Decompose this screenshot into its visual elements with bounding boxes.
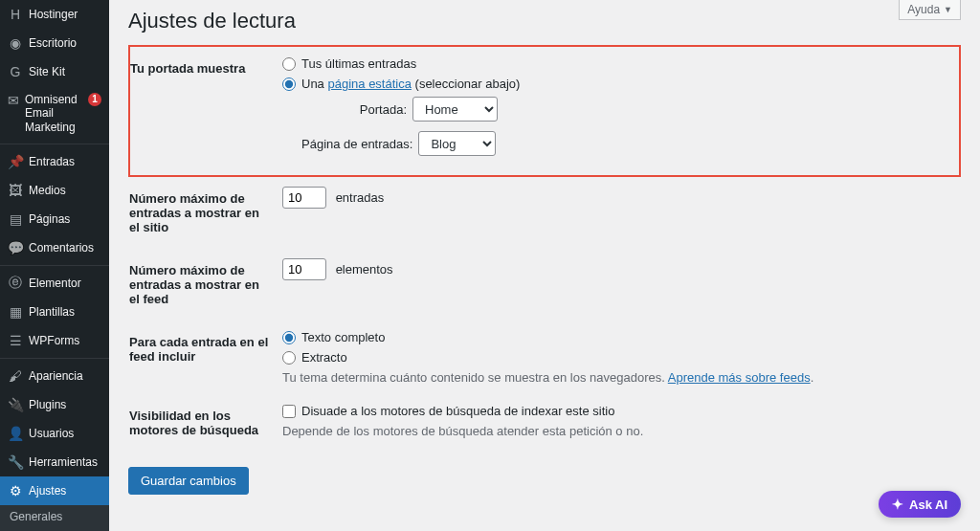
posts-per-rss-row: Número máximo de entradas a mostrar en e… <box>129 249 960 321</box>
homepage-option-static[interactable]: Una página estática (seleccionar abajo) <box>282 77 949 91</box>
sidebar-item-label: Páginas <box>29 212 70 226</box>
sidebar-item-wpforms[interactable]: ☰ WPForms <box>0 326 109 355</box>
feed-content-description: Tu tema determina cuánto contenido se mu… <box>282 370 950 385</box>
help-tab[interactable]: Ayuda ▼ <box>899 0 961 20</box>
reading-settings-form: Tu portada muestra Tus últimas entradas … <box>128 45 961 452</box>
discourage-search-option[interactable]: Disuade a los motores de búsqueda de ind… <box>282 404 950 418</box>
page-title: Ajustes de lectura <box>128 0 961 37</box>
sidebar-item-omnisend[interactable]: ✉ Omnisend Email Marketing 1 <box>0 86 109 141</box>
ask-ai-label: Ask AI <box>909 498 947 512</box>
sparkle-icon: ✦ <box>892 497 903 512</box>
menu-separator <box>0 358 109 359</box>
front-page-select-row: Portada: Home <box>301 97 949 122</box>
radio-full-text[interactable] <box>282 331 296 344</box>
discourage-search-checkbox[interactable] <box>282 405 296 418</box>
gear-icon: ⚙ <box>8 483 23 498</box>
sidebar-item-sitekit[interactable]: G Site Kit <box>0 57 109 86</box>
sidebar-item-templates[interactable]: ▦ Plantillas <box>0 298 109 326</box>
sidebar-item-comments[interactable]: 💬 Comentarios <box>0 233 109 262</box>
save-changes-button[interactable]: Guardar cambios <box>128 467 249 495</box>
radio-static-page[interactable] <box>282 77 296 91</box>
sidebar-item-label: Ajustes <box>29 484 66 498</box>
sidebar-item-media[interactable]: 🖾 Medios <box>0 176 109 205</box>
plugin-icon: 🔌 <box>8 397 23 412</box>
sidebar-item-label: Medios <box>29 184 66 197</box>
posts-per-rss-label: Número máximo de entradas a mostrar en e… <box>129 249 282 321</box>
elementor-icon: ⓔ <box>8 276 23 291</box>
posts-page-label: Página de entradas: <box>301 137 412 151</box>
radio-excerpt[interactable] <box>282 351 296 365</box>
ask-ai-button[interactable]: ✦ Ask AI <box>879 491 961 518</box>
pin-icon: 📌 <box>8 154 23 169</box>
posts-per-page-input[interactable] <box>282 187 326 209</box>
sidebar-item-tools[interactable]: 🔧 Herramientas <box>0 448 109 476</box>
homepage-setting-row: Tu portada muestra Tus últimas entradas … <box>129 46 960 176</box>
comment-icon: 💬 <box>8 240 23 255</box>
posts-page-select-row: Página de entradas: Blog <box>301 131 949 156</box>
wrench-icon: 🔧 <box>8 454 23 470</box>
menu-separator <box>0 265 109 266</box>
sidebar-item-label: Plugins <box>29 398 66 411</box>
submenu-general[interactable]: Generales <box>0 505 109 528</box>
sidebar-item-label: Omnisend Email Marketing <box>25 93 80 134</box>
search-visibility-label: Visibilidad en los motores de búsqueda <box>129 394 282 452</box>
radio-latest-posts[interactable] <box>282 57 296 71</box>
admin-sidebar: H Hostinger ◉ Escritorio G Site Kit ✉ Om… <box>0 0 109 531</box>
mail-icon: ✉ <box>8 93 19 108</box>
media-icon: 🖾 <box>8 183 23 198</box>
posts-page-select[interactable]: Blog <box>418 131 496 156</box>
sidebar-item-label: Escritorio <box>29 36 77 50</box>
front-page-select[interactable]: Home <box>412 97 498 122</box>
radio-label: Extracto <box>301 350 347 365</box>
homepage-label: Tu portada muestra <box>129 46 282 176</box>
sidebar-item-settings[interactable]: ⚙ Ajustes <box>0 476 109 505</box>
menu-separator <box>0 144 109 144</box>
sidebar-item-label: Elementor <box>29 277 81 290</box>
sidebar-item-posts[interactable]: 📌 Entradas <box>0 147 109 176</box>
feed-excerpt-option[interactable]: Extracto <box>282 350 950 365</box>
search-visibility-row: Visibilidad en los motores de búsqueda D… <box>129 394 960 452</box>
checkbox-label: Disuade a los motores de búsqueda de ind… <box>301 404 614 418</box>
sidebar-item-appearance[interactable]: 🖌 Apariencia <box>0 362 109 390</box>
sidebar-item-pages[interactable]: ▤ Páginas <box>0 205 109 233</box>
posts-per-page-suffix: entradas <box>336 190 385 205</box>
user-icon: 👤 <box>8 426 23 441</box>
sidebar-item-elementor[interactable]: ⓔ Elementor <box>0 269 109 298</box>
static-page-link[interactable]: página estática <box>327 77 411 91</box>
notification-badge: 1 <box>88 93 101 106</box>
wpforms-icon: ☰ <box>8 333 23 348</box>
sidebar-item-label: Usuarios <box>29 427 74 440</box>
sidebar-item-label: WPForms <box>29 334 79 347</box>
front-page-label: Portada: <box>301 102 407 117</box>
learn-feeds-link[interactable]: Aprende más sobre feeds <box>668 370 811 385</box>
sidebar-item-label: Hostinger <box>29 8 78 21</box>
sidebar-item-label: Plantillas <box>29 305 75 319</box>
homepage-option-latest[interactable]: Tus últimas entradas <box>282 56 949 71</box>
content-area: Ayuda ▼ Ajustes de lectura Tu portada mu… <box>109 0 980 531</box>
sidebar-item-label: Herramientas <box>29 455 98 469</box>
sidebar-item-plugins[interactable]: 🔌 Plugins <box>0 390 109 419</box>
feed-full-option[interactable]: Texto completo <box>282 330 950 344</box>
sidebar-item-label: Entradas <box>29 155 75 168</box>
pages-icon: ▤ <box>8 211 23 227</box>
brush-icon: 🖌 <box>8 368 23 384</box>
settings-submenu: Generales Escritura Lectura Comentarios … <box>0 505 109 531</box>
hostinger-icon: H <box>8 7 23 22</box>
search-visibility-description: Depende de los motores de búsqueda atend… <box>282 424 950 438</box>
posts-per-page-row: Número máximo de entradas a mostrar en e… <box>129 176 960 249</box>
help-label: Ayuda <box>907 3 940 16</box>
radio-label: Una página estática (seleccionar abajo) <box>301 77 520 91</box>
sidebar-item-hostinger[interactable]: H Hostinger <box>0 0 109 29</box>
feed-content-label: Para cada entrada en el feed incluir <box>129 321 282 394</box>
sidebar-item-dashboard[interactable]: ◉ Escritorio <box>0 29 109 57</box>
google-icon: G <box>8 64 23 79</box>
sidebar-item-users[interactable]: 👤 Usuarios <box>0 419 109 448</box>
posts-per-rss-suffix: elementos <box>336 262 393 277</box>
radio-label: Tus últimas entradas <box>301 56 416 71</box>
sidebar-item-label: Comentarios <box>29 241 94 254</box>
sidebar-item-label: Apariencia <box>29 369 83 383</box>
posts-per-page-label: Número máximo de entradas a mostrar en e… <box>129 176 282 249</box>
radio-label: Texto completo <box>301 330 385 344</box>
feed-content-row: Para cada entrada en el feed incluir Tex… <box>129 321 960 394</box>
posts-per-rss-input[interactable] <box>282 258 326 280</box>
